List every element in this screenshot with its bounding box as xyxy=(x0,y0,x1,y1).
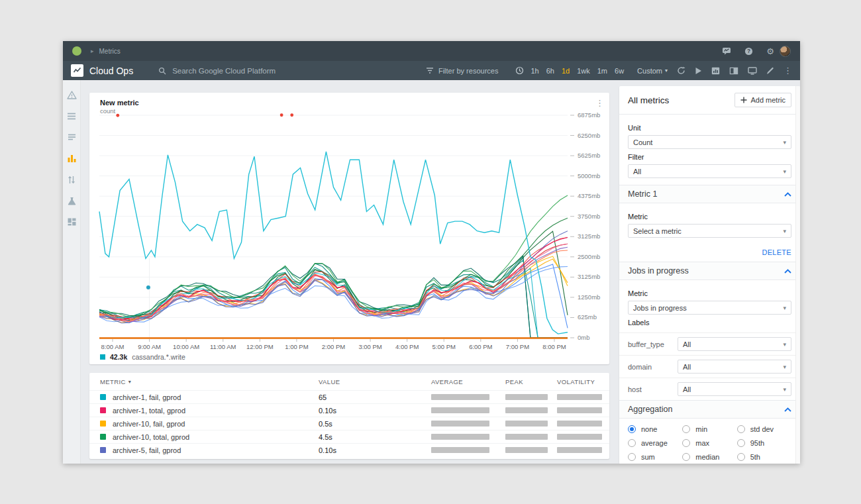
table-row[interactable]: archiver-10, total, gprod4.5s xyxy=(89,430,609,443)
aggregation-option-none[interactable]: none xyxy=(628,425,682,433)
filter-funnel-icon xyxy=(426,67,434,74)
settings-icon[interactable]: ⚙ xyxy=(766,47,774,56)
metric-label: archiver-5, fail, gprod xyxy=(100,446,319,454)
jobs-metric-select[interactable]: Jobs in progress▾ xyxy=(628,301,791,315)
metric-label: archiver-1, total, gprod xyxy=(100,407,319,415)
layout-split-icon[interactable] xyxy=(729,67,738,75)
chevron-up-icon xyxy=(784,407,791,412)
cloud-ops-logo[interactable] xyxy=(71,64,83,77)
metric-value: 0.10s xyxy=(319,446,431,454)
search-bar[interactable]: Search Google Cloud Platform xyxy=(158,67,276,75)
metric1-select[interactable]: Select a metric▾ xyxy=(628,224,791,238)
column-header-volatility: VOLATILITY xyxy=(557,378,609,385)
metrics-line-chart[interactable]: 6875mb6250mb5625mb5000mb4375mb3750mb3125… xyxy=(89,93,609,364)
breadcrumb[interactable]: Metrics xyxy=(99,48,121,55)
custom-range-button[interactable]: Custom ▾ xyxy=(637,67,668,75)
time-range-6h[interactable]: 6h xyxy=(546,67,554,75)
buffer_type-select[interactable]: All▾ xyxy=(678,337,791,351)
filter-by-resources[interactable]: Filter by resources xyxy=(426,67,498,75)
chart-more-vertical-icon[interactable]: ⋮ xyxy=(595,98,604,108)
chart-title: New metric xyxy=(100,99,139,107)
aggregation-option-median[interactable]: median xyxy=(682,453,736,461)
peak-bar xyxy=(505,421,557,427)
chevron-right-icon: ▸ xyxy=(91,48,94,54)
volatility-bar xyxy=(557,434,609,440)
aggregation-option-average[interactable]: average xyxy=(628,439,682,447)
aggregation-option-min[interactable]: min xyxy=(682,425,736,433)
metric1-delete-link[interactable]: DELETE xyxy=(762,248,791,256)
sidebar-item-dashboard[interactable] xyxy=(66,217,77,227)
metric-label: archiver-10, fail, gprod xyxy=(100,420,319,428)
play-icon[interactable] xyxy=(695,67,702,75)
project-status-icon[interactable] xyxy=(72,46,81,56)
svg-text:8:00 PM: 8:00 PM xyxy=(542,343,566,350)
peak-bar xyxy=(505,407,557,413)
time-range-1d[interactable]: 1d xyxy=(562,67,570,75)
radio-button xyxy=(682,439,690,447)
sidebar-item-bar-chart[interactable] xyxy=(66,153,77,164)
table-row[interactable]: archiver-10, fail, gprod0.5s xyxy=(89,417,609,430)
add-metric-button[interactable]: Add metric xyxy=(734,93,791,107)
svg-text:3750mb: 3750mb xyxy=(578,213,600,220)
help-icon[interactable]: ? xyxy=(744,47,753,56)
caret-down-icon: ▾ xyxy=(783,386,786,393)
metric-label: archiver-1, fail, gprod xyxy=(100,393,319,401)
svg-text:5625mb: 5625mb xyxy=(578,152,600,159)
plus-icon xyxy=(740,97,747,103)
svg-text:1250mb: 1250mb xyxy=(578,293,600,301)
aggregation-option-5th[interactable]: 5th xyxy=(737,453,791,461)
sidebar-item-list[interactable] xyxy=(66,111,77,121)
section-metric1[interactable]: Metric 1 xyxy=(619,185,800,203)
radio-button xyxy=(628,453,636,461)
time-range-6w[interactable]: 6w xyxy=(615,67,624,75)
peak-bar xyxy=(505,394,557,400)
label-filter-name: host xyxy=(628,385,642,393)
sidebar-item-alert[interactable] xyxy=(66,89,77,100)
table-row[interactable]: archiver-1, fail, gprod65 xyxy=(89,390,609,403)
column-header-metric[interactable]: METRIC▾ xyxy=(100,378,319,385)
sidebar-item-flask[interactable] xyxy=(66,195,77,206)
refresh-icon[interactable] xyxy=(677,66,685,75)
more-vertical-icon[interactable]: ⋮ xyxy=(784,66,792,75)
clock-icon xyxy=(515,66,524,75)
aggregation-option-95th[interactable]: 95th xyxy=(737,439,791,447)
metric-value: 65 xyxy=(319,393,431,401)
metrics-config-panel: All metrics Add metric Unit Count▾ Filte… xyxy=(619,86,800,464)
left-nav-rail xyxy=(63,80,81,464)
svg-text:3:00 PM: 3:00 PM xyxy=(358,343,381,350)
time-range-1m[interactable]: 1m xyxy=(597,67,607,75)
sidebar-item-swap-vertical[interactable] xyxy=(66,174,77,185)
filter-select[interactable]: All▾ xyxy=(628,164,791,178)
aggregation-option-std-dev[interactable]: std dev xyxy=(737,425,791,433)
monitor-icon[interactable] xyxy=(748,67,757,75)
time-range-1h[interactable]: 1h xyxy=(531,67,538,75)
table-row[interactable]: archiver-5, fail, gprod0.10s xyxy=(89,443,609,456)
average-bar xyxy=(431,407,505,413)
table-row[interactable]: archiver-1, total, gprod0.10s xyxy=(89,403,609,417)
svg-text:0mb: 0mb xyxy=(578,334,589,341)
caret-down-icon: ▾ xyxy=(665,68,668,74)
chart-box-icon[interactable] xyxy=(711,67,720,75)
radio-button xyxy=(737,425,745,433)
radio-button xyxy=(682,425,690,433)
label-filter-row-host: hostAll▾ xyxy=(619,378,800,400)
section-aggregation[interactable]: Aggregation xyxy=(619,400,800,419)
radio-button xyxy=(682,453,690,461)
aggregation-option-sum[interactable]: sum xyxy=(628,453,682,461)
unit-select[interactable]: Count▾ xyxy=(628,135,791,149)
pencil-icon[interactable] xyxy=(766,67,774,75)
volatility-bar xyxy=(557,447,609,453)
user-avatar[interactable] xyxy=(780,46,791,57)
sidebar-item-logs[interactable] xyxy=(66,132,77,142)
breadcrumb-bar: ▸ Metrics ?⚙ xyxy=(63,41,800,61)
domain-select[interactable]: All▾ xyxy=(678,360,791,374)
volatility-bar xyxy=(557,394,609,400)
aggregation-option-max[interactable]: max xyxy=(682,439,736,447)
feedback-icon[interactable] xyxy=(722,47,731,55)
time-range-1wk[interactable]: 1wk xyxy=(577,67,590,75)
host-select[interactable]: All▾ xyxy=(678,382,791,396)
svg-text:5:00 PM: 5:00 PM xyxy=(432,343,456,350)
chart-legend[interactable]: 42.3k cassandra.*.write xyxy=(100,353,185,361)
section-jobs-in-progress[interactable]: Jobs in progress xyxy=(619,262,800,280)
label-filter-name: domain xyxy=(628,363,652,371)
